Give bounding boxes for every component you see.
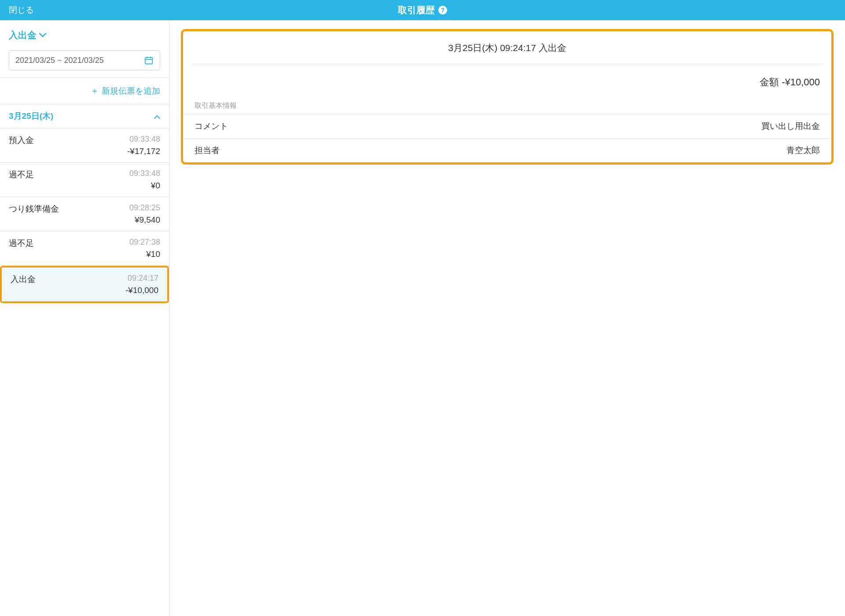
transaction-meta: 09:28:25 ¥9,540 [129,203,160,225]
date-group-label: 3月25日(木) [9,110,53,122]
transaction-time: 09:27:38 [129,238,160,247]
svg-rect-0 [145,58,153,64]
filter-dropdown[interactable]: 入出金 [9,29,160,41]
transaction-label: 預入金 [9,135,34,156]
amount-label: 金額 [760,77,779,88]
transaction-meta: 09:33:48 ¥0 [129,169,160,191]
filter-label: 入出金 [9,29,37,41]
info-value: 買い出し用出金 [761,121,820,132]
detail-title: 3月25日(木) 09:24:17 入出金 [183,31,831,64]
chevron-down-icon [39,31,46,39]
transaction-time: 09:33:48 [127,135,160,144]
help-icon[interactable]: ? [438,6,447,15]
transaction-item[interactable]: 過不足 09:27:38 ¥10 [0,231,169,266]
transaction-amount: ¥10 [129,249,160,259]
transaction-item[interactable]: つり銭準備金 09:28:25 ¥9,540 [0,197,169,231]
transaction-amount: ¥9,540 [129,215,160,225]
plus-icon: ＋ [90,85,99,97]
transaction-amount: -¥10,000 [125,286,158,295]
highlighted-transaction: 入出金 09:24:17 -¥10,000 [0,266,169,303]
date-range-text: 2021/03/25 ~ 2021/03/25 [15,56,104,65]
transaction-item[interactable]: 入出金 09:24:17 -¥10,000 [2,268,167,301]
amount-row: 金額 -¥10,000 [183,64,831,100]
transaction-label: 入出金 [11,274,36,295]
calendar-icon [144,55,154,65]
transaction-item[interactable]: 預入金 09:33:48 -¥17,172 [0,128,169,163]
transaction-meta: 09:33:48 -¥17,172 [127,135,160,156]
add-slip-button[interactable]: ＋ 新規伝票を追加 [90,85,160,97]
date-range-picker[interactable]: 2021/03/25 ~ 2021/03/25 [9,50,160,70]
transaction-time: 09:28:25 [129,203,160,213]
amount-value: -¥10,000 [782,77,820,88]
transaction-time: 09:33:48 [129,169,160,178]
app-header: 閉じる 取引履歴 ? [0,0,845,20]
add-slip-section: ＋ 新規伝票を追加 [0,77,169,104]
transaction-label: つり銭準備金 [9,203,59,225]
sidebar: 入出金 2021/03/25 ~ 2021/03/25 [0,20,169,616]
detail-card: 3月25日(木) 09:24:17 入出金 金額 -¥10,000 取引基本情報… [181,29,834,165]
transaction-item[interactable]: 過不足 09:33:48 ¥0 [0,163,169,197]
info-label: コメント [195,121,228,132]
transaction-label: 過不足 [9,169,34,191]
date-group-header[interactable]: 3月25日(木) [0,104,169,128]
info-label: 担当者 [195,145,220,156]
info-value: 青空太郎 [786,145,820,156]
transaction-meta: 09:24:17 -¥10,000 [125,274,158,295]
chevron-up-icon [154,113,160,120]
section-label: 取引基本情報 [183,100,831,114]
info-row: コメント 買い出し用出金 [183,114,831,138]
filter-section: 入出金 2021/03/25 ~ 2021/03/25 [0,20,169,77]
transaction-time: 09:24:17 [125,274,158,283]
detail-area: 3月25日(木) 09:24:17 入出金 金額 -¥10,000 取引基本情報… [169,20,845,616]
info-row: 担当者 青空太郎 [183,138,831,162]
add-slip-label: 新規伝票を追加 [102,85,160,97]
page-title-text: 取引履歴 [398,4,435,16]
page-title: 取引履歴 ? [398,4,447,16]
transaction-meta: 09:27:38 ¥10 [129,238,160,259]
transaction-label: 過不足 [9,238,34,259]
close-button[interactable]: 閉じる [9,4,34,16]
transaction-amount: ¥0 [129,181,160,191]
main-container: 入出金 2021/03/25 ~ 2021/03/25 [0,20,845,616]
transaction-amount: -¥17,172 [127,147,160,156]
